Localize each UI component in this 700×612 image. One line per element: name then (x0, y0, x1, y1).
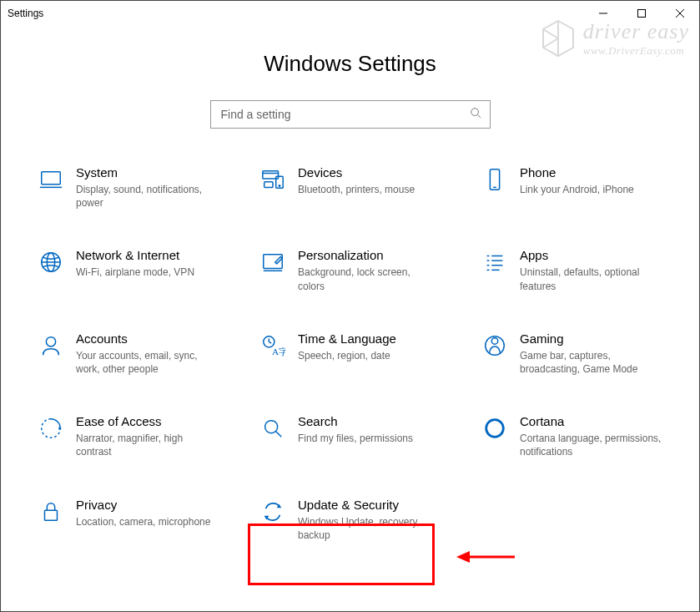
settings-grid: System Display, sound, notifications, po… (1, 165, 699, 559)
tile-gaming[interactable]: Gaming Game bar, captures, broadcasting,… (476, 331, 678, 376)
tile-desc: Windows Update, recovery, backup (298, 515, 440, 542)
tile-label: Cortana (520, 414, 662, 429)
maximize-button[interactable] (622, 1, 661, 26)
tile-label: Phone (520, 165, 634, 180)
phone-icon (476, 165, 513, 192)
svg-point-40 (265, 421, 278, 433)
tile-label: Update & Security (298, 498, 440, 513)
privacy-icon (33, 498, 69, 524)
tile-label: Time & Language (298, 331, 396, 346)
svg-rect-1 (638, 10, 646, 18)
minimize-button[interactable] (584, 1, 622, 26)
tile-desc: Link your Android, iPhone (520, 183, 634, 196)
tile-apps[interactable]: Apps Uninstall, defaults, optional featu… (476, 248, 678, 292)
tile-label: Devices (298, 165, 415, 180)
tile-label: System (76, 165, 218, 180)
tile-desc: Game bar, captures, broadcasting, Game M… (520, 349, 662, 376)
tile-devices[interactable]: Devices Bluetooth, printers, mouse (254, 165, 456, 210)
window-controls (584, 1, 699, 26)
svg-line-7 (543, 38, 558, 48)
svg-rect-43 (45, 510, 58, 520)
search-icon (470, 107, 481, 122)
window-title: Settings (8, 8, 43, 19)
svg-point-32 (46, 336, 55, 346)
search-container (1, 100, 699, 129)
tile-search[interactable]: Search Find my files, permissions (254, 414, 456, 458)
svg-point-38 (491, 337, 498, 344)
tile-desc: Wi-Fi, airplane mode, VPN (76, 266, 194, 279)
tile-personalization[interactable]: Personalization Background, lock screen,… (254, 248, 456, 292)
svg-line-41 (276, 432, 282, 438)
network-icon (33, 248, 69, 275)
personalization-icon (254, 248, 291, 275)
system-icon (33, 165, 69, 192)
tile-phone[interactable]: Phone Link your Android, iPhone (476, 165, 678, 210)
tile-system[interactable]: System Display, sound, notifications, po… (33, 165, 234, 210)
tile-label: Personalization (298, 248, 440, 263)
tile-label: Network & Internet (76, 248, 194, 263)
cortana-icon (476, 414, 513, 441)
tile-desc: Uninstall, defaults, optional features (520, 266, 662, 292)
svg-rect-10 (42, 172, 61, 185)
tile-desc: Location, camera, microphone (76, 515, 210, 529)
tile-network[interactable]: Network & Internet Wi-Fi, airplane mode,… (33, 248, 234, 292)
tile-desc: Cortana language, permissions, notificat… (520, 432, 662, 458)
svg-rect-17 (490, 169, 499, 190)
tile-label: Search (298, 414, 413, 429)
tile-label: Privacy (76, 498, 210, 513)
tile-label: Apps (520, 248, 662, 263)
svg-line-35 (269, 341, 271, 343)
search-input[interactable] (219, 107, 470, 122)
svg-point-37 (486, 336, 505, 356)
svg-point-42 (486, 420, 504, 438)
ease-of-access-icon (33, 414, 69, 441)
gaming-icon (476, 331, 513, 358)
svg-rect-16 (264, 182, 273, 188)
tile-desc: Find my files, permissions (298, 432, 413, 445)
svg-point-15 (279, 185, 280, 187)
tile-time-language[interactable]: A字 Time & Language Speech, region, date (254, 331, 456, 376)
search-tile-icon (254, 414, 291, 441)
close-button[interactable] (661, 1, 699, 26)
svg-line-9 (477, 115, 481, 119)
tile-update-security[interactable]: Update & Security Windows Update, recove… (254, 498, 456, 542)
update-security-icon (254, 498, 291, 524)
svg-text:A字: A字 (272, 346, 285, 357)
page-title: Windows Settings (1, 51, 699, 77)
apps-icon (476, 248, 513, 275)
tile-cortana[interactable]: Cortana Cortana language, permissions, n… (476, 414, 678, 458)
devices-icon (254, 165, 291, 192)
tile-label: Accounts (76, 331, 218, 346)
tile-privacy[interactable]: Privacy Location, camera, microphone (33, 498, 234, 542)
time-language-icon: A字 (254, 331, 291, 358)
tile-desc: Display, sound, notifications, power (76, 183, 218, 210)
svg-line-6 (543, 29, 558, 38)
tile-label: Ease of Access (76, 414, 218, 429)
tile-desc: Speech, region, date (298, 349, 396, 362)
svg-point-8 (471, 109, 478, 116)
tile-ease-of-access[interactable]: Ease of Access Narrator, magnifier, high… (33, 414, 234, 458)
tile-desc: Bluetooth, printers, mouse (298, 183, 415, 196)
tile-accounts[interactable]: Accounts Your accounts, email, sync, wor… (33, 331, 234, 376)
search-box[interactable] (210, 100, 491, 129)
accounts-icon (33, 331, 69, 358)
tile-desc: Narrator, magnifier, high contrast (76, 432, 218, 458)
tile-label: Gaming (520, 331, 662, 346)
tile-desc: Background, lock screen, colors (298, 266, 440, 292)
tile-desc: Your accounts, email, sync, work, other … (76, 349, 218, 376)
